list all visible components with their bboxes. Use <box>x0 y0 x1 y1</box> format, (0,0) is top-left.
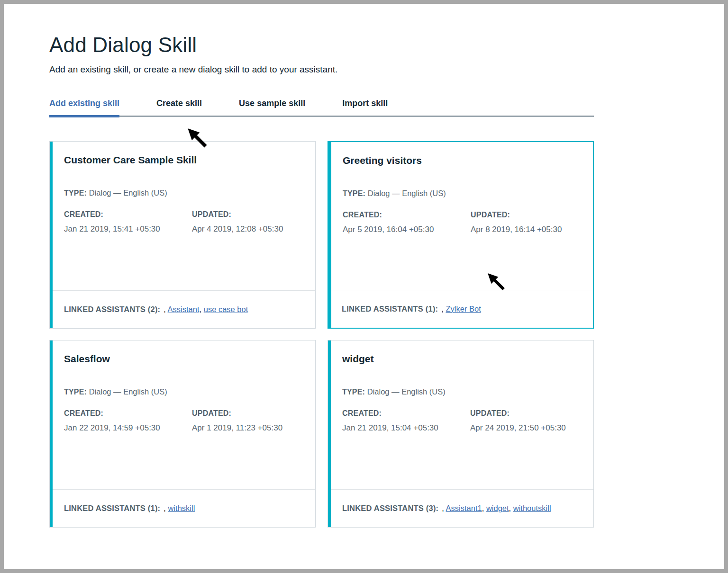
linked-assistant-link[interactable]: Zylker Bot <box>446 304 481 313</box>
card-accent-stripe <box>50 142 53 328</box>
linked-assistants-label: LINKED ASSISTANTS (1): <box>342 304 438 313</box>
created-value: Apr 5 2019, 16:04 +05:30 <box>343 225 471 234</box>
linked-assistant-link[interactable]: Assistant <box>168 305 200 313</box>
linked-assistant-link[interactable]: use case bot <box>204 305 248 313</box>
type-value: Dialog — English (US) <box>367 387 446 396</box>
skill-card-grid: Customer Care Sample Skill TYPE: Dialog … <box>49 141 594 528</box>
card-body: Customer Care Sample Skill TYPE: Dialog … <box>50 142 315 290</box>
page-content: Add Dialog Skill Add an existing skill, … <box>4 4 594 528</box>
type-label: TYPE: <box>64 189 87 197</box>
card-accent-stripe <box>50 340 53 527</box>
skill-card-widget[interactable]: widget TYPE: Dialog — English (US) CREAT… <box>328 340 594 528</box>
skill-card-salesflow[interactable]: Salesflow TYPE: Dialog — English (US) CR… <box>49 340 316 528</box>
linked-assistant-link[interactable]: withoutskill <box>513 504 551 512</box>
skill-card-customer-care-sample-skill[interactable]: Customer Care Sample Skill TYPE: Dialog … <box>49 141 316 329</box>
updated-value: Apr 24 2019, 21:50 +05:30 <box>470 423 582 433</box>
skill-type-row: TYPE: Dialog — English (US) <box>342 387 582 396</box>
type-label: TYPE: <box>343 189 365 197</box>
skill-card-title: Salesflow <box>64 353 304 365</box>
skill-dates: CREATED: Jan 21 2019, 15:04 +05:30 UPDAT… <box>342 409 582 433</box>
skill-card-title: Customer Care Sample Skill <box>64 154 304 166</box>
skill-card-greeting-visitors[interactable]: Greeting visitors TYPE: Dialog — English… <box>328 141 594 329</box>
skill-dates: CREATED: Apr 5 2019, 16:04 +05:30 UPDATE… <box>343 211 582 234</box>
tab-import-skill[interactable]: Import skill <box>342 98 388 116</box>
add-dialog-skill-page: Add Dialog Skill Add an existing skill, … <box>0 0 728 573</box>
skill-tabs: Add existing skill Create skill Use samp… <box>49 98 594 117</box>
card-accent-stripe <box>328 340 331 527</box>
updated-label: UPDATED: <box>470 409 582 418</box>
linked-assistants-row: LINKED ASSISTANTS (1): Zylker Bot <box>330 290 593 328</box>
skill-card-title: Greeting visitors <box>343 155 582 166</box>
linked-assistants-row: LINKED ASSISTANTS (1): withskill <box>53 489 315 527</box>
linked-assistant-link[interactable]: withskill <box>168 504 195 512</box>
linked-assistants-row: LINKED ASSISTANTS (2): Assistantuse case… <box>53 290 315 328</box>
skill-type-row: TYPE: Dialog — English (US) <box>64 188 304 197</box>
card-body: Salesflow TYPE: Dialog — English (US) CR… <box>50 340 315 489</box>
created-label: CREATED: <box>64 210 192 219</box>
created-label: CREATED: <box>343 211 471 219</box>
page-subtitle: Add an existing skill, or create a new d… <box>49 64 594 75</box>
skill-dates: CREATED: Jan 22 2019, 14:59 +05:30 UPDAT… <box>64 409 304 433</box>
updated-label: UPDATED: <box>192 210 304 219</box>
linked-assistants-label: LINKED ASSISTANTS (2): <box>64 305 160 314</box>
linked-assistants-row: LINKED ASSISTANTS (3): Assistant1widgetw… <box>331 489 593 527</box>
skill-type-row: TYPE: Dialog — English (US) <box>64 387 304 396</box>
type-label: TYPE: <box>342 388 365 396</box>
linked-assistants-label: LINKED ASSISTANTS (1): <box>64 504 160 513</box>
type-label: TYPE: <box>64 388 87 396</box>
updated-value: Apr 8 2019, 16:14 +05:30 <box>471 225 582 234</box>
created-label: CREATED: <box>64 409 192 418</box>
linked-assistant-link[interactable]: widget <box>486 504 509 512</box>
created-value: Jan 21 2019, 15:04 +05:30 <box>342 423 470 433</box>
tab-add-existing-skill[interactable]: Add existing skill <box>49 98 119 116</box>
created-value: Jan 22 2019, 14:59 +05:30 <box>64 423 192 433</box>
card-body: Greeting visitors TYPE: Dialog — English… <box>328 142 593 290</box>
skill-card-title: widget <box>342 353 582 365</box>
type-value: Dialog — English (US) <box>89 387 167 396</box>
linked-assistants-label: LINKED ASSISTANTS (3): <box>342 504 438 513</box>
card-accent-stripe <box>328 142 331 328</box>
type-value: Dialog — English (US) <box>89 188 167 197</box>
skill-type-row: TYPE: Dialog — English (US) <box>343 189 582 198</box>
tab-create-skill[interactable]: Create skill <box>156 98 202 116</box>
card-body: widget TYPE: Dialog — English (US) CREAT… <box>328 340 593 489</box>
updated-label: UPDATED: <box>471 211 582 219</box>
updated-label: UPDATED: <box>192 409 304 418</box>
page-title: Add Dialog Skill <box>49 33 594 57</box>
type-value: Dialog — English (US) <box>368 189 446 197</box>
linked-assistant-link[interactable]: Assistant1 <box>446 504 482 512</box>
updated-value: Apr 4 2019, 12:08 +05:30 <box>192 224 304 234</box>
tab-use-sample-skill[interactable]: Use sample skill <box>239 98 305 116</box>
created-value: Jan 21 2019, 15:41 +05:30 <box>64 224 192 234</box>
updated-value: Apr 1 2019, 11:23 +05:30 <box>192 423 304 433</box>
created-label: CREATED: <box>342 409 470 418</box>
skill-dates: CREATED: Jan 21 2019, 15:41 +05:30 UPDAT… <box>64 210 304 234</box>
